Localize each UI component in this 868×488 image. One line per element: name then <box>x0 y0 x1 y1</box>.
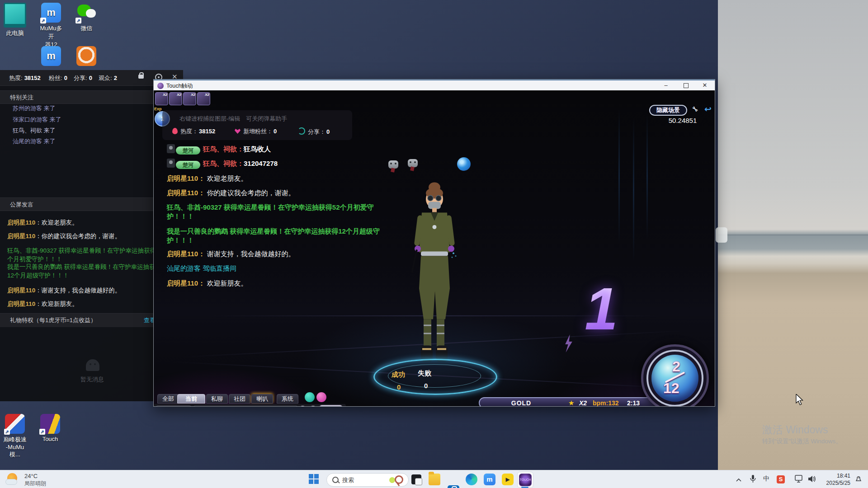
screen: 此电脑 m↗ MuMu多开 器12 ↗ 微信 m ↗ 巅峰极速 -MuMu模..… <box>0 0 868 488</box>
orange-app-icon <box>76 46 96 66</box>
beach-car <box>716 227 727 243</box>
lock-icon[interactable] <box>138 75 144 79</box>
song-bpm: bpm:132 <box>593 399 619 406</box>
start-button[interactable] <box>309 474 319 484</box>
emoji-icon[interactable]: ☺ <box>309 406 317 406</box>
activate-windows-line2: 转到"设置"以激活 Windows。 <box>762 437 842 446</box>
stat-heat: 热度:38152 <box>9 74 41 82</box>
stat-viewers: 观众:2 <box>99 74 117 82</box>
tab-all[interactable]: 全部 <box>157 394 179 404</box>
chat-input-bar: 当前 ⊘ ☺ 发送 <box>154 404 346 406</box>
chat-avatar-toggle-icon[interactable] <box>316 392 326 402</box>
sogou-icon[interactable]: S <box>777 475 785 483</box>
tennis-racket-icon <box>395 475 403 484</box>
search-placeholder: 搜索 <box>342 476 354 484</box>
channel-selector[interactable]: 当前 <box>156 405 191 406</box>
shortcut-arrow-icon: ↗ <box>39 429 45 435</box>
microsoft-store-button[interactable] <box>448 485 459 488</box>
tray-date: 2025/5/25 <box>821 479 850 487</box>
volume-icon[interactable] <box>807 475 816 484</box>
beach-wallpaper-region <box>718 0 868 488</box>
clear-icon[interactable]: ⊘ <box>298 406 307 406</box>
chat-text-input[interactable] <box>193 405 297 406</box>
chat-badge-avatar-icon <box>167 144 175 153</box>
touch-game-window: Touch触动 – ✕ X2 X2 X2 X2 Exp 1 右键进程捕捉图层-编… <box>153 79 715 407</box>
taskbar-weather-widget[interactable]: 24°C 局部晴朗 <box>5 472 86 487</box>
weather-desc: 局部晴朗 <box>24 480 46 488</box>
desktop-icon-orange-app[interactable] <box>72 46 100 68</box>
game-chat-message: 启明星110： 欢迎新朋友。 <box>167 279 400 288</box>
buff-icon: X2 <box>183 92 196 105</box>
song-time: 2:13 <box>627 399 640 406</box>
desktop-icon-touch[interactable]: ↗ Touch <box>36 414 64 442</box>
song-info-bar: GOLD ★ X2 bpm:132 2:13 <box>479 397 666 406</box>
tab-current[interactable]: 当前 <box>177 394 205 404</box>
minimize-button[interactable]: – <box>657 80 675 90</box>
guild-badge: 楚河 <box>176 161 200 169</box>
tray-chevron-icon[interactable] <box>736 476 741 483</box>
stat-fans: 粉丝:0 <box>49 74 67 82</box>
mumu-taskbar-button[interactable]: m <box>484 474 495 485</box>
beach-horizon <box>718 235 868 235</box>
game-chat-message: 楚河狂鸟、祠欲：狂鸟收人 <box>167 144 400 155</box>
success-label: 成功 <box>392 371 405 379</box>
edge-browser-button[interactable] <box>466 474 477 485</box>
ime-indicator[interactable]: 中 <box>763 475 769 483</box>
lucky-star-message: 我是一只善良的鹦鹉 获得幸运星眷顾！在守护幸运抽获得12个月超级守护！！！ <box>167 227 400 245</box>
task-view-button[interactable] <box>410 474 422 485</box>
tab-system[interactable]: 系统 <box>277 394 298 404</box>
buff-icon: X2 <box>197 92 210 105</box>
notification-bell-icon[interactable]: z <box>854 475 863 484</box>
special-follow-item: 狂鸟、祠欲 来了 <box>13 127 56 135</box>
tab-horn[interactable]: 喇叭 <box>251 394 273 404</box>
wrench-icon[interactable]: 🔧︎ <box>692 105 699 113</box>
racing-game-icon: ↗ <box>5 414 25 434</box>
hide-scene-button[interactable]: 隐藏场景 <box>649 105 687 116</box>
star-icon: ★ <box>568 399 574 406</box>
lucky-star-message: 狂鸟、非酋-90327 获得幸运星眷顾！在守护幸运抽获得52个月初爱守护！！！ <box>7 246 165 263</box>
game-window-titlebar[interactable]: Touch触动 – ✕ <box>154 80 715 90</box>
fail-label: 失败 <box>418 369 431 378</box>
mumu12-label: MuMu多开 <box>37 24 65 41</box>
touch-taskbar-button[interactable]: TOUCH <box>519 474 532 486</box>
send-button[interactable]: 发送 <box>319 405 343 406</box>
flame-icon <box>172 128 178 134</box>
file-explorer-button[interactable] <box>429 474 440 485</box>
exp-label: Exp <box>154 107 162 111</box>
stat-share: 分享:0 <box>74 74 92 82</box>
light-streak <box>618 108 620 244</box>
gift-privilege-title: 礼物特权（每1虎牙币=1点收益） <box>0 317 96 324</box>
network-icon[interactable] <box>795 475 804 484</box>
game-chat-message: 启明星110： 欢迎老朋友。 <box>167 174 400 183</box>
wechat-icon: ↗ <box>76 3 96 23</box>
desktop-icon-this-pc[interactable]: 此电脑 <box>1 3 29 38</box>
desktop-icon-wechat[interactable]: ↗ 微信 <box>72 3 100 33</box>
game-app-icon <box>157 83 164 89</box>
desktop-icon-mumu-row2[interactable]: m <box>37 46 65 68</box>
song-multiplier: X2 <box>579 399 587 406</box>
lucky-star-message: 狂鸟、非酋-90327 获得幸运星眷顾！在守护幸运抽获得52个月初爱守护！！！ <box>167 203 400 221</box>
chat-lock-toggle-icon[interactable] <box>305 392 315 402</box>
tray-time: 18:41 <box>821 472 850 479</box>
maximize-button[interactable] <box>677 80 695 90</box>
danmu-overlay-panel: 右键进程捕捉图层-编辑 可关闭弹幕助手 热度：38152 新增粉丝：0 分享：0 <box>162 110 352 140</box>
this-pc-icon <box>4 3 26 28</box>
search-icon <box>332 477 339 483</box>
mumu-icon: m↗ <box>41 3 61 23</box>
microphone-icon[interactable] <box>750 474 756 485</box>
special-follow-item: 苏州的游客 来了 <box>13 104 56 113</box>
desktop-icon-mumu12[interactable]: m↗ MuMu多开 器12 <box>37 3 65 49</box>
huya-taskbar-button[interactable]: ▶ <box>502 474 514 485</box>
light-streak <box>633 117 634 262</box>
back-arrow-icon[interactable]: ↩ <box>704 104 712 114</box>
tab-private[interactable]: 私聊 <box>206 394 228 404</box>
close-button[interactable]: ✕ <box>696 80 714 90</box>
guild-badge: 楚河 <box>176 146 200 155</box>
taskbar-search[interactable]: 搜索 <box>326 473 409 487</box>
chat-badge-avatar-icon <box>167 159 175 168</box>
chat-message: 启明星110：你的建议我会考虑的，谢谢。 <box>7 232 165 240</box>
chat-message: 启明星110：欢迎新朋友。 <box>7 300 165 308</box>
desktop-icon-racing[interactable]: ↗ 巅峰极速 -MuMu模... <box>1 414 29 459</box>
taskbar-clock[interactable]: 18:41 2025/5/25 <box>821 472 850 487</box>
tab-guild[interactable]: 社团 <box>229 394 250 404</box>
